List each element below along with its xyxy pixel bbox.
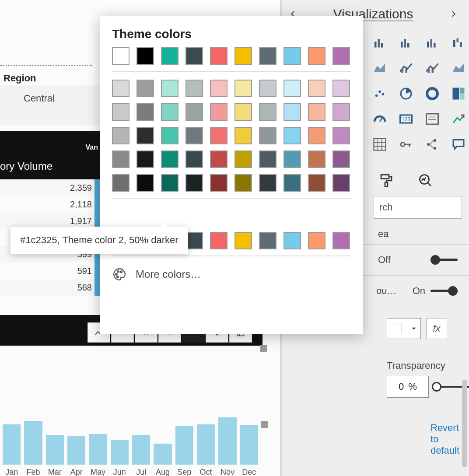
color-swatch[interactable] [161,47,178,65]
viz-decomposition[interactable] [422,134,443,155]
color-swatch[interactable] [210,127,228,144]
color-swatch[interactable] [332,232,350,249]
mini-bar[interactable] [197,424,215,465]
viz-gauge[interactable] [369,108,390,130]
viz-area[interactable] [369,58,390,79]
more-colors-button[interactable]: More colors… [112,264,351,282]
color-swatch[interactable] [332,127,350,144]
format-search-input[interactable]: rch [374,196,462,219]
analytics-magnifier-icon[interactable] [416,171,436,191]
viz-line-clustered[interactable] [422,58,443,79]
viz-card[interactable]: 123 [396,108,416,130]
color-swatch[interactable] [136,150,154,168]
color-swatch[interactable] [284,232,301,249]
color-swatch[interactable] [112,127,130,144]
color-swatch[interactable] [210,150,228,168]
color-swatch[interactable] [186,232,203,249]
scrollbar[interactable] [462,380,467,467]
fx-button[interactable]: fx [426,318,447,339]
color-swatch[interactable] [136,47,154,65]
color-swatch[interactable] [210,103,228,121]
color-swatch[interactable] [284,174,301,192]
color-swatch[interactable] [234,80,252,97]
color-swatch[interactable] [259,47,276,65]
color-swatch[interactable] [161,127,178,144]
slider-knob[interactable] [432,382,441,392]
color-swatch[interactable] [234,103,252,121]
color-swatch[interactable] [234,150,252,168]
color-swatch[interactable] [210,174,228,192]
color-swatch[interactable] [308,150,326,168]
color-swatch[interactable] [186,150,203,168]
color-swatch[interactable] [136,80,154,97]
color-swatch[interactable] [234,127,252,144]
color-swatch[interactable] [284,103,301,121]
viz-qna[interactable] [448,134,469,155]
mini-bar[interactable] [67,436,85,465]
viz-key-influencers[interactable] [396,134,416,155]
viz-waterfall[interactable] [448,32,469,53]
color-swatch[interactable] [234,232,252,249]
color-swatch[interactable] [284,80,301,97]
color-swatch[interactable] [259,174,276,192]
color-swatch[interactable] [210,80,228,97]
color-swatch[interactable] [332,80,350,97]
color-swatch[interactable] [161,174,178,192]
color-swatch[interactable] [308,174,326,192]
color-swatch[interactable] [308,103,326,121]
color-dropdown[interactable] [387,318,421,339]
viz-scatter[interactable] [369,83,390,104]
color-swatch[interactable] [308,127,326,144]
mini-bar[interactable] [154,444,172,465]
transparency-input[interactable]: 0 % [387,376,429,398]
color-swatch[interactable] [186,127,203,144]
mini-bar[interactable] [218,417,236,465]
viz-matrix[interactable] [369,134,390,155]
toggle-switch[interactable] [430,256,458,264]
viz-donut[interactable] [422,83,443,104]
color-swatch[interactable] [308,232,326,249]
color-swatch[interactable] [186,174,203,192]
color-swatch[interactable] [284,127,301,144]
color-swatch[interactable] [112,150,130,168]
color-swatch[interactable] [259,80,276,97]
viz-stacked-bar[interactable] [369,32,390,53]
mini-bar[interactable] [24,421,42,465]
color-swatch[interactable] [259,103,276,121]
color-swatch[interactable] [308,47,326,65]
format-paint-roller-icon[interactable] [376,171,396,191]
color-swatch[interactable] [259,232,276,249]
viz-pie[interactable] [396,83,416,104]
color-swatch[interactable] [332,174,350,192]
color-swatch[interactable] [259,150,276,168]
color-swatch[interactable] [112,174,130,192]
resize-handle[interactable] [261,421,268,428]
color-swatch[interactable] [210,232,228,249]
viz-ribbon[interactable] [448,58,469,79]
color-swatch[interactable] [284,150,301,168]
color-swatch[interactable] [332,47,350,65]
color-swatch[interactable] [136,103,154,121]
viz-kpi[interactable] [448,108,469,130]
mini-bar[interactable] [89,434,107,465]
color-swatch[interactable] [284,47,301,65]
expand-right-icon[interactable] [445,6,461,22]
color-swatch[interactable] [259,127,276,144]
color-swatch[interactable] [332,150,350,168]
color-swatch[interactable] [161,150,178,168]
color-swatch[interactable] [112,80,130,97]
monthly-bar-chart[interactable]: JanFebMarAprMayJunJulAugSepOctNovDec [0,407,262,476]
mini-bar[interactable] [111,440,129,465]
viz-clustered-column[interactable] [396,32,416,53]
theme-color-picker[interactable]: Theme colors More colors… [100,16,363,334]
toggle-switch[interactable] [430,287,458,295]
color-swatch[interactable] [186,103,203,121]
color-swatch[interactable] [136,127,154,144]
color-swatch[interactable] [332,103,350,121]
color-swatch[interactable] [112,47,130,65]
color-swatch[interactable] [186,80,203,97]
color-swatch[interactable] [186,47,203,65]
color-swatch[interactable] [112,103,130,121]
color-swatch[interactable] [161,103,178,121]
viz-multi-row-card[interactable] [422,108,443,130]
